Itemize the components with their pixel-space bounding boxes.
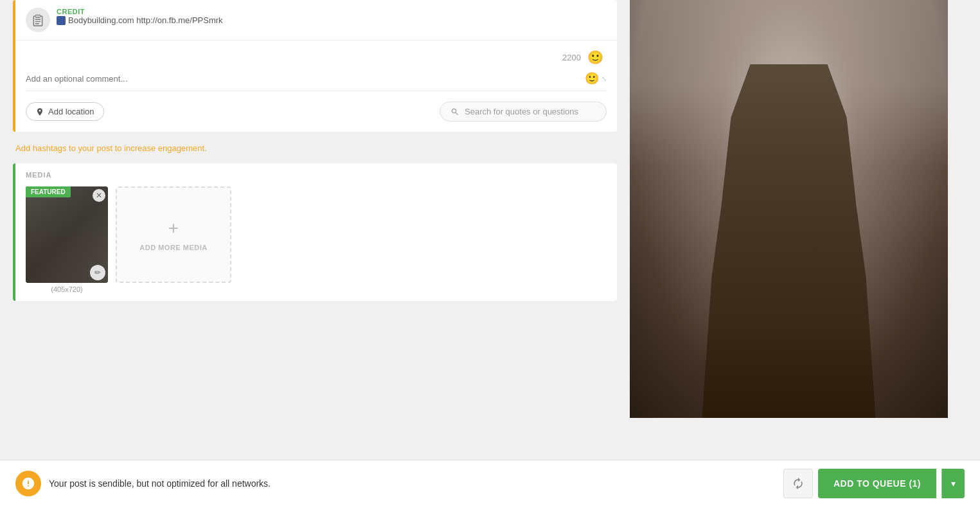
resize-handle: ⤡: [601, 75, 607, 82]
search-icon: [450, 107, 459, 116]
comment-input[interactable]: [26, 74, 585, 84]
credit-source: Bodybuilding.com http://on.fb.me/PPSmrk: [57, 15, 223, 25]
media-remove-button[interactable]: ✕: [93, 189, 105, 202]
featured-badge: FEATURED: [26, 186, 71, 197]
media-section: MEDIA FEATURED ✕ ✏ (405x720): [13, 163, 617, 301]
credit-source-text: Bodybuilding.com http://on.fb.me/PPSmrk: [68, 15, 223, 25]
actions-row: Add location Search for quotes or questi…: [26, 96, 607, 124]
warning-text: Your post is sendible, but not optimized…: [49, 478, 271, 489]
credit-section: CREDIT Bodybuilding.com http://on.fb.me/…: [15, 0, 617, 40]
credit-info: CREDIT Bodybuilding.com http://on.fb.me/…: [57, 8, 223, 25]
queue-dropdown-button[interactable]: ▾: [941, 469, 965, 498]
add-more-media-label: ADD MORE MEDIA: [139, 244, 207, 251]
bottom-bar: Your post is sendible, but not optimized…: [0, 460, 980, 506]
add-to-queue-button[interactable]: ADD TO QUEUE (1): [818, 469, 936, 498]
search-placeholder: Search for quotes or questions: [465, 107, 578, 116]
facebook-favicon: [57, 16, 66, 25]
media-edit-button[interactable]: ✏: [90, 265, 105, 280]
credit-label: CREDIT: [57, 8, 223, 15]
chevron-down-icon: ▾: [951, 478, 956, 489]
location-pin-icon: [35, 107, 44, 116]
char-count-row: 2200 🙂: [26, 48, 607, 66]
recycle-icon: [792, 477, 805, 490]
clipboard-icon: [26, 8, 50, 32]
editor-card: CREDIT Bodybuilding.com http://on.fb.me/…: [13, 0, 617, 132]
bottom-actions: ADD TO QUEUE (1) ▾: [783, 469, 965, 498]
media-dimensions: (405x720): [26, 285, 108, 293]
media-thumbnail: ✕ ✏: [26, 186, 108, 283]
media-label: MEDIA: [26, 171, 607, 179]
plus-icon: +: [168, 218, 179, 239]
warning-icon: [15, 471, 41, 496]
recycle-button[interactable]: [783, 469, 813, 498]
char-count: 2200: [562, 53, 581, 62]
search-quotes-button[interactable]: Search for quotes or questions: [440, 102, 607, 122]
emoji-button-comment[interactable]: 🙂: [585, 71, 599, 86]
add-more-media-button[interactable]: + ADD MORE MEDIA: [116, 186, 231, 283]
comment-row: 🙂 ⤡: [26, 71, 607, 91]
add-location-label: Add location: [48, 107, 94, 116]
media-items: FEATURED ✕ ✏ (405x720) + ADD MORE MEDIA: [26, 186, 607, 293]
add-location-button[interactable]: Add location: [26, 102, 104, 121]
text-area-section: 2200 🙂 🙂 ⤡ Add location: [15, 40, 617, 132]
media-item-featured: FEATURED ✕ ✏ (405x720): [26, 186, 108, 293]
hashtag-hint[interactable]: Add hashtags to your post to increase en…: [15, 143, 617, 153]
preview-image: [630, 0, 948, 418]
warning-section: Your post is sendible, but not optimized…: [15, 471, 271, 496]
person-silhouette: [693, 64, 886, 418]
emoji-button-top[interactable]: 🙂: [586, 48, 604, 66]
right-panel: [630, 0, 948, 506]
